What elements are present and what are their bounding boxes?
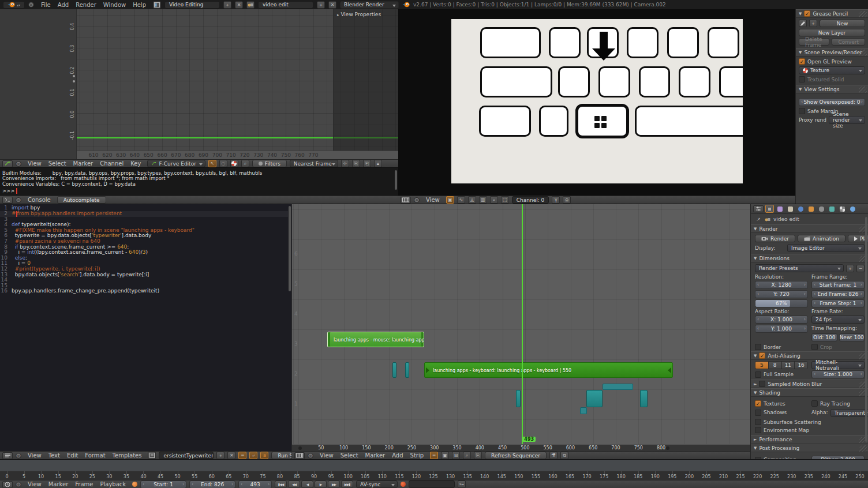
fcurve-editor-type-icon[interactable] xyxy=(2,160,13,167)
alpha-select[interactable]: Transparent xyxy=(830,409,868,417)
menu-playback[interactable]: Playback xyxy=(96,481,129,487)
only-selected-icon[interactable]: ↖ xyxy=(208,160,216,167)
remap-new-field[interactable]: ‹New: 100› xyxy=(839,333,865,341)
vse-strip[interactable] xyxy=(516,390,521,407)
preview-shading-select[interactable]: Texture xyxy=(799,66,865,74)
resolution-percentage-slider[interactable]: 67% xyxy=(755,299,808,307)
pin-icon[interactable]: 📌︎ xyxy=(755,216,762,223)
grease-pencil-new-button[interactable]: New xyxy=(820,20,865,27)
delete-frame-button[interactable]: Delete Frame xyxy=(799,38,829,46)
render-engine-select[interactable]: Blender Render xyxy=(340,1,399,9)
scene-name-field[interactable]: video edit xyxy=(258,1,313,9)
vse-strip[interactable]: launching apps - mouse: launching apps -… xyxy=(327,332,424,347)
menu-marker[interactable]: Marker xyxy=(362,452,389,459)
border-render-icon[interactable]: ⬚ xyxy=(501,196,509,204)
vse-strip[interactable] xyxy=(586,390,603,407)
remove-preset-icon[interactable]: − xyxy=(856,265,865,272)
record-icon[interactable] xyxy=(132,482,137,487)
next-keyframe-button[interactable]: ▶▶ xyxy=(328,481,340,488)
fcurve-channel-region[interactable] xyxy=(0,9,77,159)
play-button[interactable]: ▶ xyxy=(315,481,327,488)
resolution-x-field[interactable]: ‹X: 1280› xyxy=(755,281,808,289)
shadows-checkbox[interactable] xyxy=(755,410,761,416)
search-icon[interactable]: ⌕ xyxy=(241,160,249,167)
collapse-menus-icon[interactable]: ○ xyxy=(414,197,420,203)
menu-help[interactable]: Help xyxy=(129,2,149,8)
screen-name-field[interactable]: Video Editing xyxy=(164,1,220,9)
av-sync-select[interactable]: AV-sync xyxy=(356,481,398,488)
line-numbers-icon[interactable]: ≡ xyxy=(238,452,246,459)
properties-scrollbar[interactable] xyxy=(865,217,867,442)
collapse-menus-icon[interactable]: ○ xyxy=(28,2,34,7)
add-screen-icon[interactable]: ＋ xyxy=(223,1,231,9)
code-line[interactable]: 13 bpy.data.objects['search'].data.body … xyxy=(0,272,288,278)
menu-templates[interactable]: Templates xyxy=(109,452,145,459)
zoom-icon[interactable]: ⌕ xyxy=(490,196,498,204)
panel-header-view-settings[interactable]: ▼View Settings xyxy=(796,85,868,93)
menu-view[interactable]: View xyxy=(422,197,443,203)
autocomplete-button[interactable]: Autocomplete xyxy=(57,196,106,204)
render-presets-select[interactable]: Render Presets xyxy=(755,264,844,272)
panel-header-performance[interactable]: ►Performance xyxy=(751,435,868,444)
timeline-editor-type-icon[interactable] xyxy=(2,481,13,488)
opengl-preview-checkbox[interactable] xyxy=(799,58,805,65)
view-both-icon[interactable]: ⊟ xyxy=(452,452,460,459)
snap-mode-select[interactable]: Nearest Frame xyxy=(290,160,338,167)
ray-tracing-checkbox[interactable] xyxy=(811,400,818,407)
select-brush-icon[interactable]: ⌕ xyxy=(463,452,471,459)
blender-logo-icon[interactable]: ▴▾ xyxy=(3,1,25,9)
aa-samples-8[interactable]: 8 xyxy=(769,362,782,369)
tab-constraints[interactable] xyxy=(817,205,826,213)
unlink-text-icon[interactable]: ✕ xyxy=(227,452,235,459)
normalize-icon[interactable] xyxy=(230,160,238,167)
panel-header-scene-preview[interactable]: ▼Scene Preview/Render xyxy=(796,48,868,57)
collapse-menus-icon[interactable]: ○ xyxy=(16,453,21,459)
tab-render-layers[interactable] xyxy=(776,205,784,213)
menu-format[interactable]: Format xyxy=(81,452,108,459)
code-line[interactable]: 9 i = int((bpy.context.scene.frame_curre… xyxy=(0,250,288,256)
end-frame-field[interactable]: ‹End Frame: 826› xyxy=(811,290,865,298)
new-text-icon[interactable]: ＋ xyxy=(216,452,225,459)
show-overexposed-field[interactable]: ‹Show Overexposed: 0› xyxy=(799,98,865,106)
panel-header-post-processing[interactable]: ▼Post Processing xyxy=(751,444,868,452)
snapshot-icon[interactable]: ⎙ xyxy=(563,196,571,204)
panel-header-dimensions[interactable]: ▼Dimensions xyxy=(751,254,868,262)
code-line[interactable]: 10 else: xyxy=(0,256,288,261)
start-frame-field[interactable]: ‹Start: 1› xyxy=(140,481,186,488)
image-display-icon[interactable]: ▣ xyxy=(446,196,454,204)
proxy-render-size-select[interactable]: Scene render size xyxy=(829,116,865,124)
word-wrap-icon[interactable]: ⤶ xyxy=(249,452,257,459)
text-editor-type-icon[interactable] xyxy=(2,452,13,459)
scroller-end[interactable] xyxy=(298,446,302,450)
code-line[interactable]: 2#from bpy.app.handlers import persisten… xyxy=(0,211,288,217)
view-properties-label[interactable]: View Properties xyxy=(341,12,381,17)
resolution-y-field[interactable]: ‹Y: 720› xyxy=(755,290,808,298)
add-icon[interactable]: ＋ xyxy=(809,20,817,27)
border-checkbox[interactable] xyxy=(755,344,761,350)
menu-view[interactable]: View xyxy=(24,160,45,167)
ghost-curves-icon[interactable]: ◌ xyxy=(219,160,227,167)
aa-size-field[interactable]: ‹Size: 1.000› xyxy=(811,370,865,378)
menu-render[interactable]: Render xyxy=(72,2,100,8)
delete-scene-icon[interactable]: ✕ xyxy=(328,1,336,9)
menu-select[interactable]: Select xyxy=(45,160,70,167)
convert-button[interactable]: Convert xyxy=(832,38,865,46)
current-frame-field[interactable]: ‹493› xyxy=(238,481,272,488)
properties-editor-type-icon[interactable] xyxy=(753,205,764,212)
frame-step-field[interactable]: ‹Frame Step: 1› xyxy=(811,299,865,307)
vse-strip[interactable] xyxy=(580,407,587,414)
channel-field[interactable]: Channel: 0 xyxy=(512,196,549,204)
code-line[interactable]: 14 xyxy=(0,277,288,283)
copy-icon[interactable]: ⎘ xyxy=(474,452,482,459)
syntax-highlight-icon[interactable]: a xyxy=(260,452,268,459)
menu-view[interactable]: View xyxy=(316,452,337,459)
remap-old-field[interactable]: ‹Old: 100› xyxy=(811,333,837,341)
copy-keyframes-icon[interactable]: ⎘ xyxy=(352,160,360,167)
render-button[interactable]: Render xyxy=(755,235,795,242)
text-scrollbar[interactable] xyxy=(289,206,291,291)
panel-header-motion-blur[interactable]: ►Sampled Motion Blur xyxy=(751,380,868,388)
console-prompt[interactable]: >>> xyxy=(2,188,17,194)
fcurve-frame-ruler[interactable]: 6106206306406506606706806907007107207307… xyxy=(77,151,398,159)
tab-texture[interactable] xyxy=(838,205,847,213)
gamma-icon[interactable]: γ xyxy=(552,196,560,204)
